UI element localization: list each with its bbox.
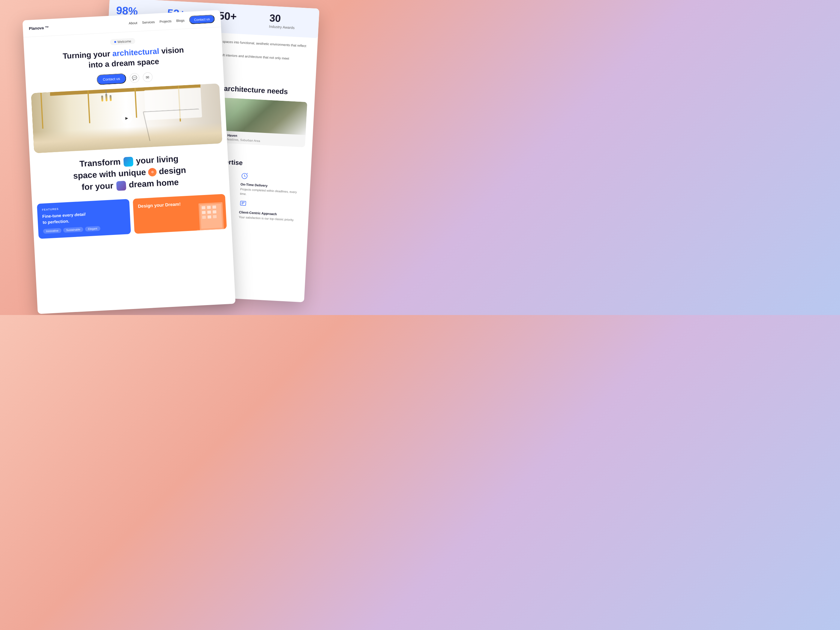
play-button[interactable]: ▶ bbox=[121, 112, 132, 124]
hero-title: Turning your architectural visioninto a … bbox=[32, 44, 216, 74]
svg-line-9 bbox=[242, 202, 245, 202]
stat-50: 50+ bbox=[218, 9, 261, 29]
nav-projects[interactable]: Projects bbox=[159, 19, 171, 24]
transform-text-1: Transform bbox=[79, 157, 123, 169]
logo: Planova ™ bbox=[29, 25, 49, 31]
tag-sustainable: Sustainable bbox=[63, 227, 84, 233]
svg-line-2 bbox=[246, 173, 248, 174]
front-page: Planova ™ About Services Projects Blogs … bbox=[22, 10, 235, 314]
nav-about[interactable]: About bbox=[129, 21, 137, 25]
svg-rect-21 bbox=[208, 215, 212, 219]
welcome-badge: Welcome bbox=[110, 38, 136, 45]
svg-rect-22 bbox=[213, 215, 217, 218]
feature-client: Client-Centric Approach Your satisfactio… bbox=[238, 200, 302, 227]
welcome-dot-icon bbox=[114, 41, 116, 43]
bottom-cards: FEATURES Fine-tune every detail to perfe… bbox=[32, 194, 232, 239]
svg-rect-20 bbox=[202, 216, 206, 219]
person-icon bbox=[239, 200, 248, 209]
features-tags: Innovative Sustainable Elegant bbox=[43, 225, 126, 234]
features-card: FEATURES Fine-tune every detail to perfe… bbox=[37, 199, 131, 239]
svg-rect-18 bbox=[207, 211, 211, 214]
hero-title-blue: architectural bbox=[112, 46, 159, 58]
hero-contact-button[interactable]: Contact us bbox=[96, 73, 126, 85]
svg-rect-14 bbox=[202, 206, 205, 209]
nav-links: About Services Projects Blogs Contact us bbox=[128, 14, 215, 27]
hero-image: ▶ bbox=[31, 83, 223, 153]
nav-blogs[interactable]: Blogs bbox=[176, 19, 185, 22]
svg-rect-17 bbox=[202, 211, 206, 214]
design-card: Design your Dream! bbox=[133, 194, 227, 234]
svg-rect-19 bbox=[213, 210, 216, 213]
transform-text-4: dream home bbox=[129, 177, 179, 189]
house-inline-img bbox=[123, 157, 134, 167]
clock-icon bbox=[241, 172, 249, 181]
nav-contact-button[interactable]: Contact us bbox=[189, 14, 215, 24]
circle-inline-img: ⊙ bbox=[148, 168, 156, 177]
nav-services[interactable]: Services bbox=[142, 20, 155, 24]
send-button[interactable]: ✉ bbox=[142, 72, 153, 82]
hero-section: Welcome Turning your architectural visio… bbox=[24, 27, 224, 88]
tag-elegant: Elegant bbox=[85, 226, 100, 232]
tag-innovative: Innovative bbox=[43, 228, 62, 234]
arch-inline-img bbox=[116, 181, 126, 191]
stat-awards: 30 Industry Awards bbox=[269, 12, 312, 32]
chat-bubble-button[interactable]: 💬 bbox=[129, 73, 139, 83]
transform-title: Transform your livingspace with unique ⊙… bbox=[37, 151, 222, 195]
feature-delivery: On-Time Delivery Projects completed with… bbox=[240, 172, 303, 199]
features-card-title: Fine-tune every detail to perfection. bbox=[42, 209, 126, 226]
stat-30-number: 30 bbox=[269, 12, 312, 26]
svg-rect-15 bbox=[207, 206, 211, 209]
svg-rect-16 bbox=[212, 205, 216, 209]
welcome-text: Welcome bbox=[117, 39, 131, 44]
hero-title-1: Turning your bbox=[62, 49, 111, 61]
